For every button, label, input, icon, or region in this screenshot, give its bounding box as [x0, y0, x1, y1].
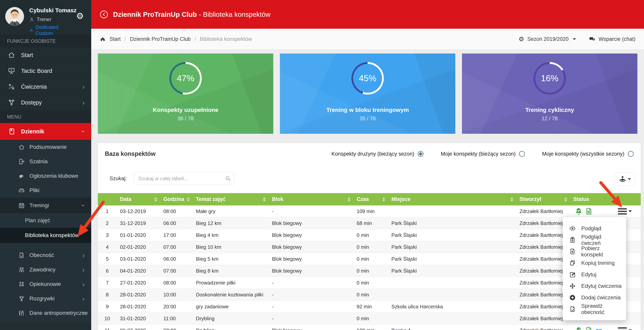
- sort-icons[interactable]: [154, 197, 157, 201]
- dropdown-menu-item[interactable]: Edytuj ćwiczenia: [562, 280, 626, 292]
- guardians-icon: [18, 281, 25, 287]
- table-row[interactable]: 9 28-01-2020 20:00 gry zadaniowe - 92 mi…: [98, 301, 641, 313]
- col-data[interactable]: Data: [117, 193, 160, 205]
- submenu-subitem[interactable]: Biblioteka konspektów: [0, 228, 91, 243]
- table-row[interactable]: 4 02-01-2020 07:00 Bieg 10 km Blok biego…: [98, 241, 641, 253]
- submenu-item[interactable]: Ogłoszenia klubowe: [0, 169, 91, 183]
- dropdown-menu-item[interactable]: Sprawdź obecność: [562, 303, 626, 315]
- submenu-item[interactable]: Rozgrywki ›: [0, 291, 91, 306]
- col-miejsce[interactable]: Miejsce: [388, 193, 516, 205]
- row-actions-menu-button[interactable]: [618, 207, 632, 216]
- back-circle-icon[interactable]: [100, 10, 108, 19]
- table-row[interactable]: 1 03-12-2019 08:00 Małe gry - 109 min Zd…: [98, 205, 641, 217]
- cell-stworzyl: Zdrzałek Bartłomiej: [516, 241, 570, 253]
- submenu-item[interactable]: Szatnia: [0, 154, 91, 169]
- dropdown-menu-item[interactable]: Pobierz konspekt: [562, 246, 626, 257]
- export-button[interactable]: [615, 173, 635, 186]
- filter-radio-option[interactable]: Moje konspekty (bieżący sezon): [441, 151, 525, 157]
- table-row[interactable]: 3 01-01-2020 17:00 Bieg 4 km Blok biegow…: [98, 229, 641, 241]
- sort-icons[interactable]: [510, 197, 513, 201]
- cell-czas: 0 min: [354, 265, 388, 277]
- section-label-personal: FUNKCJE OSOBISTE: [0, 35, 91, 47]
- sidebar-item[interactable]: Ćwiczenia ›: [0, 79, 91, 95]
- submenu-item[interactable]: Zawodnicy ›: [0, 262, 91, 277]
- support-chat-button[interactable]: Wsparcie (chat): [589, 36, 636, 42]
- cell-miejsce: [388, 277, 516, 289]
- home-icon[interactable]: [100, 36, 106, 42]
- personal-menu: Start Tactic Board Ćwiczenia › Dostępy ›: [0, 47, 91, 110]
- table-row[interactable]: 6 04-01-2020 07:00 Bieg 8 km Blok biegow…: [98, 265, 641, 277]
- table-row[interactable]: 2 31-12-2019 06:00 Bieg 12 km Blok biego…: [98, 217, 641, 229]
- cell-index: 7: [98, 277, 117, 289]
- cell-index: 10: [98, 313, 117, 324]
- sidebar-item[interactable]: Start: [0, 47, 91, 63]
- sort-icons[interactable]: [348, 197, 350, 201]
- page-title-strong: Dziennik ProTrainUp Club: [113, 11, 197, 18]
- sort-icons[interactable]: [382, 197, 385, 201]
- chevron-right-icon: ›: [82, 83, 84, 90]
- row-actions-menu-button[interactable]: [618, 326, 632, 330]
- cell-blok: Blok biegowy: [269, 229, 354, 241]
- sidebar-item-dziennik[interactable]: Dziennik ›: [0, 123, 91, 140]
- cell-data: 02-01-2020: [117, 241, 160, 253]
- chevron-right-icon: ›: [82, 266, 84, 273]
- filter-radio-option[interactable]: Moje konspekty (wszystkie sezony): [542, 151, 634, 157]
- sort-icons[interactable]: [564, 197, 567, 201]
- col-temat[interactable]: Temat zajęć: [193, 193, 269, 205]
- search-input[interactable]: [134, 172, 234, 185]
- sidebar-item[interactable]: Tactic Board: [0, 63, 91, 79]
- sort-icons[interactable]: [187, 197, 190, 201]
- table-row[interactable]: 10 31-01-2020 11:00 Drybling - 0 min Zdr…: [98, 313, 641, 324]
- submenu-item[interactable]: Podsumowanie: [0, 140, 91, 154]
- submenu-item[interactable]: Obecność ›: [0, 248, 91, 262]
- chat-icon: [589, 36, 596, 42]
- season-selector[interactable]: ⚙ Sezon 2019/2020: [519, 35, 576, 43]
- cell-miejsce: [388, 313, 516, 324]
- table-row[interactable]: 11 06-02-2020 08:00 Drybling Blok biegow…: [98, 324, 641, 330]
- submenu-subitem[interactable]: Plan zajęć: [0, 213, 91, 228]
- blocks-icon: [595, 326, 603, 330]
- col-blok[interactable]: Blok: [269, 193, 354, 205]
- cell-czas: 68 min: [354, 217, 388, 229]
- caret-down-icon: [628, 210, 632, 213]
- submenu-item[interactable]: Pliki: [0, 183, 91, 198]
- radio-icon[interactable]: [519, 151, 525, 157]
- cell-index: 2: [98, 217, 117, 229]
- col-status[interactable]: Status: [570, 193, 641, 205]
- status-icons: [573, 326, 603, 330]
- submenu-item[interactable]: Dane antropometryczne ›: [0, 306, 91, 320]
- cell-index: 11: [98, 324, 117, 330]
- table-row[interactable]: 8 28-01-2020 10:00 Doskonalenie kozłowan…: [98, 289, 641, 301]
- attendance-icon: [18, 252, 25, 259]
- col-godzina[interactable]: Godzina: [160, 193, 193, 205]
- breadcrumb-start[interactable]: Start: [110, 36, 121, 42]
- submenu-item-treningi[interactable]: Treningi ›: [0, 198, 91, 213]
- col-czas[interactable]: Czas: [354, 193, 388, 205]
- avatar[interactable]: [5, 7, 24, 26]
- breadcrumb-dziennik[interactable]: Dziennik ProTrainUp Club: [130, 36, 191, 42]
- cell-blok: -: [269, 289, 354, 301]
- submenu-item[interactable]: Opiekunowie ›: [0, 277, 91, 291]
- sidebar-item[interactable]: Dostępy ›: [0, 95, 91, 110]
- dropdown-menu-item[interactable]: Kopiuj trening: [562, 257, 626, 269]
- top-header-bar: Dziennik ProTrainUp Club - Biblioteka ko…: [91, 0, 644, 29]
- dropdown-menu-item[interactable]: Podgląd ćwiczeń: [562, 234, 626, 246]
- col-stworzyl[interactable]: Stworzył: [516, 193, 570, 205]
- eye-icon: [569, 225, 576, 232]
- table-row[interactable]: 5 03-01-2020 06:00 Bieg 5 km Blok biegow…: [98, 253, 641, 265]
- dropdown-menu-item[interactable]: Edytuj: [562, 269, 626, 280]
- sort-icons[interactable]: [263, 197, 266, 201]
- cell-temat: Bieg 5 km: [193, 253, 269, 265]
- profile-settings-gear-icon[interactable]: ⚙: [76, 11, 84, 21]
- chevron-down-icon: ›: [80, 204, 87, 206]
- user-plan[interactable]: Dedicated Custom: [36, 24, 71, 36]
- dropdown-menu-item[interactable]: Podgląd: [562, 223, 626, 234]
- filter-radio-option[interactable]: Konspekty drużyny (bieżący sezon): [331, 151, 424, 157]
- stat-card: 47% Konspekty uzupełnione 36 / 78: [98, 54, 273, 134]
- radio-icon[interactable]: [418, 151, 424, 157]
- dropdown-menu-item[interactable]: Dodaj ćwiczenia: [562, 292, 626, 303]
- table-row[interactable]: 7 27-01-2020 08:00 Prowadzenie piłki - 0…: [98, 277, 641, 289]
- stat-card: 45% Trening w bloku treningowym 35 / 78: [280, 54, 455, 134]
- radio-icon[interactable]: [628, 151, 634, 157]
- cell-data: 06-02-2020: [117, 324, 160, 330]
